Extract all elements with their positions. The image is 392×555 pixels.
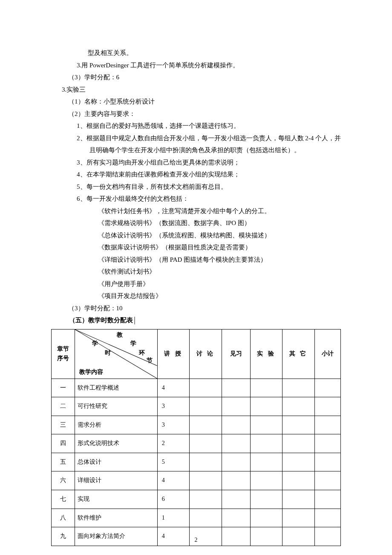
doc-item: 《用户使用手册》 xyxy=(51,278,341,290)
body-line: 3、所有实习题均由开发小组自己给出更具体的需求说明； xyxy=(51,156,341,169)
cell-other xyxy=(282,490,314,509)
cell-content: 总体设计 xyxy=(75,453,158,471)
cell-content: 软件工程学概述 xyxy=(75,379,158,397)
cell-discussion xyxy=(190,490,222,509)
cell-subtotal xyxy=(314,434,340,453)
cell-lecture: 2 xyxy=(157,434,189,453)
cell-other xyxy=(282,379,314,397)
col-chapter: 章节 序号 xyxy=(52,329,75,379)
cell-experiment xyxy=(250,509,282,527)
cell-observe xyxy=(222,471,250,490)
body-line: 3.实验三 xyxy=(51,84,341,96)
cell-chapter: 三 xyxy=(52,416,75,434)
cell-other xyxy=(282,416,314,434)
cell-content: 形式化说明技术 xyxy=(75,434,158,453)
cell-observe xyxy=(222,453,250,471)
cell-observe xyxy=(222,434,250,453)
table-row: 一软件工程学概述4 xyxy=(52,379,341,397)
cell-subtotal xyxy=(314,416,340,434)
col-label: 序号 xyxy=(57,355,69,361)
cell-experiment xyxy=(250,379,282,397)
cell-chapter: 七 xyxy=(52,490,75,509)
col-lecture: 讲 授 xyxy=(157,329,189,379)
cell-lecture: 5 xyxy=(157,453,189,471)
cell-lecture: 4 xyxy=(157,471,189,490)
doc-item: 《数据库设计说明书》（根据题目性质决定是否需要） xyxy=(51,241,341,254)
cell-content: 可行性研究 xyxy=(75,397,158,416)
cell-discussion xyxy=(190,434,222,453)
table-body: 一软件工程学概述4二可行性研究3三需求分析3四形式化说明技术2五总体设计5六详细… xyxy=(52,379,341,546)
table-row: 五总体设计5 xyxy=(52,453,341,471)
cell-chapter: 五 xyxy=(52,453,75,471)
body-line: 4、在本学期结束前由任课教师检查开发小组的实现结果； xyxy=(51,168,341,181)
table-row: 六详细设计4 xyxy=(52,471,341,490)
section-heading-row: （五）教学时数分配表 xyxy=(51,314,341,327)
cell-subtotal xyxy=(314,490,340,509)
cell-experiment xyxy=(250,490,282,509)
cell-chapter: 四 xyxy=(52,434,75,453)
cell-subtotal xyxy=(314,453,340,471)
cell-chapter: 二 xyxy=(52,397,75,416)
body-line: 5、每一份文档均有目录，所有技术文档前面有总目。 xyxy=(51,181,341,193)
cell-content: 实现 xyxy=(75,490,158,509)
cell-observe xyxy=(222,509,250,527)
cell-other xyxy=(282,453,314,471)
text-cursor-icon xyxy=(134,317,135,324)
cell-content: 需求分析 xyxy=(75,416,158,434)
table-row: 八软件维护1 xyxy=(52,509,341,527)
body-line: 型及相互关系。 xyxy=(51,47,341,59)
cell-content: 软件维护 xyxy=(75,509,158,527)
cell-experiment xyxy=(250,416,282,434)
cell-observe xyxy=(222,490,250,509)
cell-lecture: 6 xyxy=(157,490,189,509)
col-other: 其 它 xyxy=(282,329,314,379)
body-line: 3.用 PowerDesinger 工具进行一个简单系统分析建模操作。 xyxy=(51,59,341,72)
diag-label: 教学内容 xyxy=(79,369,103,375)
body-line: （1）名称：小型系统分析设计 xyxy=(51,95,341,108)
cell-observe xyxy=(222,379,250,397)
cell-experiment xyxy=(250,397,282,416)
body-line: （2）主要内容与要求： xyxy=(51,108,341,120)
hours-table: 章节 序号 教 学 学 时 环 节 教学内容 讲 授 讨 xyxy=(51,329,341,546)
body-line: （3）学时分配：10 xyxy=(51,302,341,315)
cell-lecture: 3 xyxy=(157,397,189,416)
cell-discussion xyxy=(190,509,222,527)
cell-experiment xyxy=(250,453,282,471)
page-number: 2 xyxy=(0,535,392,546)
cell-observe xyxy=(222,416,250,434)
diag-label: 环 xyxy=(139,350,145,356)
section-heading: （五）教学时数分配表 xyxy=(51,317,133,324)
cell-subtotal xyxy=(314,471,340,490)
table-row: 三需求分析3 xyxy=(52,416,341,434)
cell-lecture: 4 xyxy=(157,379,189,397)
doc-item: 《项目开发总结报告》 xyxy=(51,290,341,302)
col-discussion: 讨 论 xyxy=(190,329,222,379)
cell-other xyxy=(282,397,314,416)
body-line: （3）学时分配：6 xyxy=(51,71,341,84)
cell-discussion xyxy=(190,379,222,397)
body-line: 6、每一开发小组最终交付的文档包括： xyxy=(51,193,341,205)
doc-item: 《软件测试计划书》 xyxy=(51,266,341,278)
cell-chapter: 一 xyxy=(52,379,75,397)
doc-item: 《软件计划任务书》，注意写清楚开发小组中每个人的分工。 xyxy=(51,205,341,217)
table-row: 四形式化说明技术2 xyxy=(52,434,341,453)
body-line: 2、根据题目中规定人数自由组合开发小组，每一开发小组选一负责人，每组人数 2-4… xyxy=(51,132,341,156)
table-row: 七实现6 xyxy=(52,490,341,509)
cell-lecture: 1 xyxy=(157,509,189,527)
table-row: 二可行性研究3 xyxy=(52,397,341,416)
cell-other xyxy=(282,509,314,527)
col-observe: 见习 xyxy=(222,329,250,379)
doc-item: 《总体设计说明书》（系统流程图、模块结构图、模块描述） xyxy=(51,229,341,242)
document-page: 型及相互关系。 3.用 PowerDesinger 工具进行一个简单系统分析建模… xyxy=(0,0,392,555)
cell-experiment xyxy=(250,434,282,453)
diag-label: 学 xyxy=(130,341,136,347)
body-line: 1、根据自己的爱好与熟悉领域，选择一个课题进行练习。 xyxy=(51,120,341,132)
cell-observe xyxy=(222,397,250,416)
cell-subtotal xyxy=(314,397,340,416)
cell-discussion xyxy=(190,453,222,471)
table-header-row: 章节 序号 教 学 学 时 环 节 教学内容 讲 授 讨 xyxy=(52,329,341,379)
cell-discussion xyxy=(190,397,222,416)
cell-chapter: 六 xyxy=(52,471,75,490)
cell-content: 详细设计 xyxy=(75,471,158,490)
cell-other xyxy=(282,471,314,490)
